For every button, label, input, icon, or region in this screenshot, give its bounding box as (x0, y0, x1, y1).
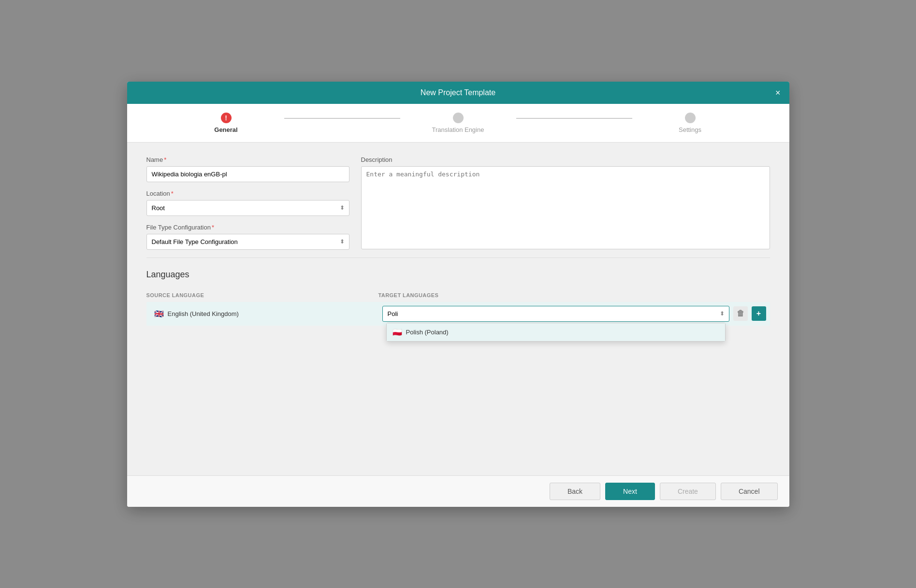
languages-table: SOURCE LANGUAGE TARGET LANGUAGES 🇬🇧 Engl… (146, 289, 770, 326)
modal-body: Name* Location* Root ⬍ (127, 143, 789, 475)
step-settings-label: Settings (679, 126, 701, 133)
name-input[interactable] (146, 166, 349, 182)
source-language-flag: 🇬🇧 (154, 309, 164, 318)
form-left: Name* Location* Root ⬍ (146, 156, 349, 250)
location-required-star: * (171, 190, 174, 197)
location-group: Location* Root ⬍ (146, 190, 349, 216)
step-settings-circle (685, 113, 696, 123)
target-input-wrapper: ⬍ 🇵🇱 Polish (Poland) (382, 306, 729, 322)
polish-label: Polish (Poland) (406, 329, 449, 336)
description-textarea[interactable] (361, 166, 770, 249)
source-language-header: SOURCE LANGUAGE (146, 289, 378, 302)
filetype-select[interactable]: Default File Type Configuration (146, 234, 349, 250)
filetype-required-star: * (212, 224, 214, 231)
connector-1 (284, 118, 400, 119)
next-button[interactable]: Next (605, 483, 655, 500)
filetype-group: File Type Configuration* Default File Ty… (146, 224, 349, 250)
modal-footer: Back Next Create Cancel (127, 475, 789, 507)
cancel-button[interactable]: Cancel (721, 483, 778, 500)
step-general[interactable]: ! General (168, 113, 284, 133)
form-top-section: Name* Location* Root ⬍ (146, 156, 770, 250)
step-settings[interactable]: Settings (632, 113, 748, 133)
step-general-label: General (214, 126, 237, 133)
name-required-star: * (164, 156, 166, 163)
step-translation-engine-label: Translation Engine (432, 126, 484, 133)
target-language-dropdown: 🇵🇱 Polish (Poland) (386, 323, 726, 342)
language-row: 🇬🇧 English (United Kingdom) ⬍ 🇵🇱 (146, 302, 770, 326)
step-translation-engine-circle (453, 113, 464, 123)
modal-header: New Project Template × (127, 82, 789, 104)
connector-2 (516, 118, 632, 119)
delete-language-button[interactable]: 🗑 (733, 306, 748, 321)
name-group: Name* (146, 156, 349, 182)
create-button[interactable]: Create (660, 483, 716, 500)
section-divider (146, 258, 770, 258)
filetype-label: File Type Configuration* (146, 224, 349, 231)
step-general-circle: ! (221, 113, 232, 123)
steps-container: ! General Translation Engine Settings (168, 113, 748, 133)
filetype-select-wrapper: Default File Type Configuration ⬍ (146, 234, 349, 250)
steps-bar: ! General Translation Engine Settings (127, 104, 789, 143)
location-select-wrapper: Root ⬍ (146, 200, 349, 216)
description-group: Description (361, 156, 770, 250)
add-language-button[interactable]: + (752, 306, 766, 321)
close-button[interactable]: × (775, 88, 781, 97)
modal-overlay: New Project Template × ! General Transla… (0, 0, 916, 588)
description-label: Description (361, 156, 770, 163)
back-button[interactable]: Back (550, 483, 600, 500)
modal-title: New Project Template (421, 88, 495, 97)
form-right: Description (361, 156, 770, 250)
location-select[interactable]: Root (146, 200, 349, 216)
target-language-cell: ⬍ 🇵🇱 Polish (Poland) 🗑 (378, 302, 770, 326)
languages-section: Languages SOURCE LANGUAGE TARGET LANGUAG… (146, 270, 770, 326)
target-languages-header: TARGET LANGUAGES (378, 289, 770, 302)
new-project-template-modal: New Project Template × ! General Transla… (127, 82, 789, 507)
source-language-label: English (United Kingdom) (168, 310, 239, 317)
location-label: Location* (146, 190, 349, 197)
dropdown-item-polish[interactable]: 🇵🇱 Polish (Poland) (387, 323, 725, 341)
polish-flag-icon: 🇵🇱 (393, 328, 402, 337)
lang-header-row: SOURCE LANGUAGE TARGET LANGUAGES (146, 289, 770, 302)
step-translation-engine[interactable]: Translation Engine (400, 113, 516, 133)
target-language-input[interactable] (382, 306, 729, 322)
languages-section-title: Languages (146, 270, 770, 280)
source-language-cell: 🇬🇧 English (United Kingdom) (146, 303, 378, 324)
name-label: Name* (146, 156, 349, 163)
